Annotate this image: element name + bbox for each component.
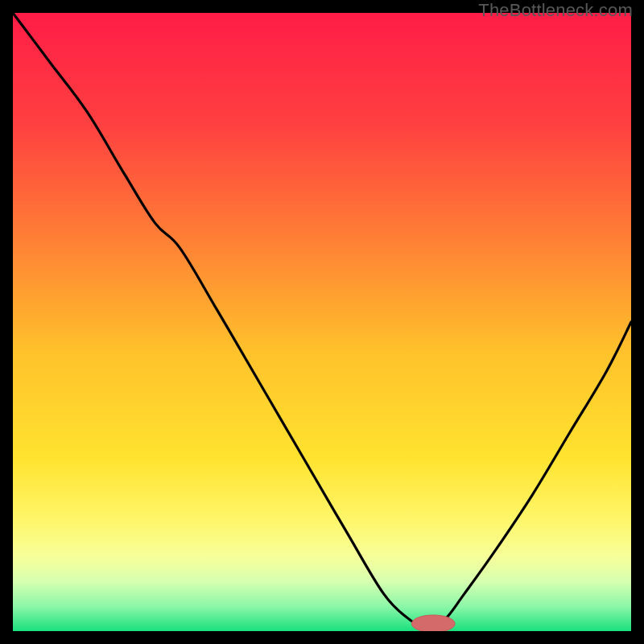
gradient-background bbox=[13, 13, 631, 631]
chart-frame: TheBottleneck.com bbox=[0, 0, 644, 644]
bottleneck-chart bbox=[13, 13, 631, 631]
watermark-text: TheBottleneck.com bbox=[478, 0, 633, 21]
optimal-marker bbox=[411, 615, 455, 631]
